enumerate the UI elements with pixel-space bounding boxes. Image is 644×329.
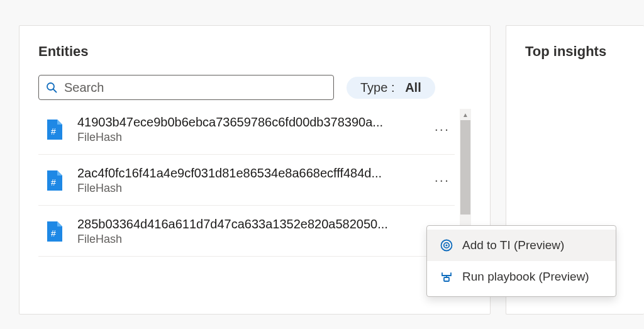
entity-type: FileHash	[77, 131, 416, 144]
file-hash-icon: #	[46, 221, 64, 242]
entities-title: Entities	[38, 43, 471, 60]
scroll-thumb[interactable]	[460, 120, 470, 215]
menu-item-label: Add to TI (Preview)	[462, 238, 564, 252]
svg-point-0	[47, 83, 54, 90]
entity-row[interactable]: # 2ac4f0fc16f41a4e9cf031d81e86534e8a668e…	[38, 155, 455, 206]
entity-type: FileHash	[77, 233, 416, 246]
row-more-button[interactable]: ···	[430, 119, 455, 140]
search-icon	[45, 81, 58, 94]
type-filter-pill[interactable]: Type : All	[347, 77, 435, 99]
entities-controls: Type : All	[38, 75, 471, 100]
entity-text: 285b03364d416a611d7d47ca633a1352e820a582…	[77, 217, 416, 246]
file-hash-icon: #	[46, 120, 64, 140]
filter-value: All	[405, 81, 421, 94]
top-insights-title: Top insights	[525, 43, 625, 60]
entity-text: 41903b47ece9b0b6ebca73659786c6fd00db3783…	[77, 115, 416, 144]
svg-text:#: #	[51, 177, 56, 187]
svg-point-7	[445, 244, 447, 246]
entity-context-menu: Add to TI (Preview) Run playbook (Previe…	[426, 225, 616, 297]
search-input[interactable]	[64, 81, 327, 95]
filter-label: Type :	[360, 81, 394, 94]
svg-line-1	[53, 89, 57, 92]
target-icon	[440, 238, 453, 252]
entity-hash: 2ac4f0fc16f41a4e9cf031d81e86534e8a668ecf…	[77, 166, 416, 181]
svg-text:#: #	[51, 126, 56, 137]
entity-row[interactable]: # 41903b47ece9b0b6ebca73659786c6fd00db37…	[38, 109, 455, 155]
menu-item-run-playbook[interactable]: Run playbook (Preview)	[427, 261, 616, 293]
menu-item-add-to-ti[interactable]: Add to TI (Preview)	[427, 230, 616, 261]
search-box[interactable]	[38, 75, 334, 100]
entity-text: 2ac4f0fc16f41a4e9cf031d81e86534e8a668ecf…	[77, 166, 416, 195]
entity-hash: 41903b47ece9b0b6ebca73659786c6fd00db3783…	[77, 115, 416, 130]
svg-text:#: #	[51, 228, 56, 238]
file-hash-icon: #	[46, 170, 64, 191]
entity-type: FileHash	[77, 182, 416, 195]
entities-list: # 41903b47ece9b0b6ebca73659786c6fd00db37…	[38, 109, 471, 296]
menu-item-label: Run playbook (Preview)	[462, 270, 589, 284]
row-more-button[interactable]: ···	[430, 170, 455, 191]
playbook-icon	[440, 270, 453, 284]
entities-panel: Entities Type : All # 41903b47	[19, 25, 491, 315]
entity-hash: 285b03364d416a611d7d47ca633a1352e820a582…	[77, 217, 416, 231]
entity-row[interactable]: # 285b03364d416a611d7d47ca633a1352e820a5…	[38, 206, 455, 257]
scroll-up-arrow-icon[interactable]: ▲	[460, 109, 471, 120]
